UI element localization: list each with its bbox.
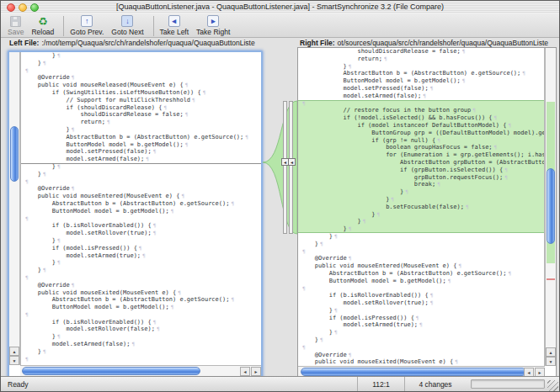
code-line: ButtonModel model = b.getModel();¶ bbox=[298, 77, 544, 85]
resize-grip[interactable] bbox=[547, 380, 558, 391]
line-end-marker: ¶ bbox=[231, 200, 234, 206]
window-title: [QuaquaButtonListener.java - QuaquaButto… bbox=[1, 1, 559, 13]
line-end-marker: ¶ bbox=[72, 282, 75, 288]
scroll-down-button[interactable]: ▼ bbox=[546, 357, 556, 366]
code-line: grpButton.requestFocus();¶ bbox=[298, 174, 544, 182]
scroll-up-button[interactable]: ▲ bbox=[9, 347, 19, 356]
line-end-marker: ¶ bbox=[72, 185, 75, 191]
scrollbar-thumb[interactable] bbox=[10, 126, 19, 182]
goto-prev-button[interactable]: ↑ Goto Prev. bbox=[70, 15, 104, 36]
line-end-marker: ¶ bbox=[508, 270, 511, 276]
arrow-up-icon: ↑ bbox=[81, 15, 93, 27]
line-end-marker: ¶ bbox=[405, 188, 408, 194]
toolbar: Save ♻ Reload ↑ Goto Prev. ↓ Goto Next ◂… bbox=[1, 13, 559, 38]
scroll-left-button[interactable]: ◄ bbox=[240, 367, 250, 376]
code-line: ButtonModel model = b.getModel();¶ bbox=[21, 208, 261, 215]
line-end-marker: ¶ bbox=[302, 100, 306, 106]
code-line: }¶ bbox=[298, 211, 544, 219]
code-line: model.setArmed(false);¶ bbox=[298, 93, 544, 100]
code-line: @Override¶ bbox=[298, 255, 544, 262]
line-end-marker: ¶ bbox=[57, 163, 61, 169]
code-line: ¶ bbox=[298, 100, 544, 108]
code-line: model.setPressed(false);¶ bbox=[298, 85, 544, 93]
line-end-marker: ¶ bbox=[181, 193, 184, 199]
code-line: AbstractButton b = (AbstractButton) e.ge… bbox=[298, 70, 544, 77]
line-end-marker: ¶ bbox=[472, 107, 476, 113]
scroll-down-button[interactable]: ▼ bbox=[9, 356, 19, 365]
title-bar[interactable]: [QuaquaButtonListener.java - QuaquaButto… bbox=[1, 1, 559, 14]
line-end-marker: ¶ bbox=[508, 122, 511, 128]
scroll-up-button[interactable]: ▲ bbox=[546, 347, 556, 357]
code-line: boolean groupHasFocus = false;¶ bbox=[298, 144, 544, 151]
goto-next-button[interactable]: ↓ Goto Next bbox=[111, 15, 143, 36]
code-line: }¶ bbox=[21, 237, 261, 245]
scroll-right-button[interactable]: ► bbox=[251, 367, 261, 376]
left-horizontal-scrollbar[interactable]: ◄ ► bbox=[20, 365, 261, 376]
left-vertical-scrollbar[interactable]: ▲ ▼ bbox=[9, 52, 20, 365]
line-end-marker: ¶ bbox=[43, 60, 46, 66]
code-line: model.setRollover(true);¶ bbox=[21, 230, 261, 237]
line-end-marker: ¶ bbox=[43, 267, 46, 273]
line-end-marker: ¶ bbox=[245, 134, 248, 140]
code-line: }¶ bbox=[298, 63, 544, 71]
code-line: model.setArmed(true);¶ bbox=[21, 252, 261, 260]
code-line: AbstractButton grpButton = (AbstractButt… bbox=[298, 159, 544, 167]
code-line: return;¶ bbox=[21, 119, 261, 126]
code-line: }¶ bbox=[298, 233, 544, 241]
line-end-marker: ¶ bbox=[504, 167, 508, 172]
app-window: [QuaquaButtonListener.java - QuaquaButto… bbox=[0, 0, 560, 392]
code-line: ¶ bbox=[21, 356, 261, 363]
code-line: AbstractButton b = (AbstractButton) e.ge… bbox=[21, 296, 261, 304]
line-end-marker: ¶ bbox=[494, 144, 498, 150]
line-end-marker: ¶ bbox=[522, 70, 525, 76]
left-editor-pane: ▲ ▼ }¶ }¶¶ @Override¶ public void mouseR… bbox=[8, 50, 263, 378]
scrollbar-thumb[interactable] bbox=[547, 168, 555, 244]
take-right-button[interactable]: ▸ Take Right bbox=[196, 15, 230, 36]
code-line: }¶ bbox=[21, 52, 261, 60]
code-line: }¶ bbox=[298, 196, 544, 204]
line-end-marker: ¶ bbox=[384, 56, 387, 61]
save-icon bbox=[10, 15, 21, 27]
connector-strip bbox=[289, 101, 293, 234]
code-line: // Support for multiClickThreshhold¶ bbox=[21, 97, 261, 104]
line-end-marker: ¶ bbox=[430, 292, 434, 298]
code-line: }¶ bbox=[298, 329, 544, 336]
code-line: public void mouseExited(MouseEvent e) {¶ bbox=[21, 289, 261, 297]
scrollbar-thumb[interactable] bbox=[22, 367, 200, 375]
line-end-marker: ¶ bbox=[171, 208, 174, 214]
code-line: if (model instanceof DefaultButtonModel)… bbox=[298, 122, 544, 130]
code-line: @Override¶ bbox=[21, 74, 261, 82]
code-line: if (b.isRolloverEnabled()) {¶ bbox=[21, 222, 261, 230]
line-end-marker: ¶ bbox=[153, 319, 157, 325]
right-vertical-scrollbar[interactable]: ▲ ▼ bbox=[545, 48, 556, 366]
line-end-marker: ¶ bbox=[146, 156, 149, 162]
left-code-editor[interactable]: }¶ }¶¶ @Override¶ public void mouseRelea… bbox=[20, 52, 261, 365]
code-line: }¶ bbox=[21, 333, 261, 341]
line-end-marker: ¶ bbox=[25, 311, 29, 317]
code-line: public void mouseReleased(MouseEvent e) … bbox=[21, 82, 261, 89]
line-end-marker: ¶ bbox=[72, 74, 75, 80]
right-code-editor[interactable]: shouldDiscardRelease = false;¶ return;¶ … bbox=[298, 48, 545, 366]
code-line: model.setRollover(true);¶ bbox=[298, 299, 544, 307]
line-end-marker: ¶ bbox=[131, 341, 135, 347]
line-end-marker: ¶ bbox=[231, 296, 234, 302]
code-line: }¶ bbox=[298, 307, 544, 315]
apply-change-right-button[interactable]: ◂ bbox=[288, 158, 296, 166]
line-end-marker: ¶ bbox=[57, 333, 61, 339]
code-line: ¶ bbox=[21, 215, 261, 223]
reload-button[interactable]: ♻ Reload bbox=[31, 15, 54, 36]
save-button[interactable]: Save bbox=[8, 15, 24, 36]
code-line: }¶ bbox=[21, 267, 261, 274]
code-line: ¶ bbox=[21, 67, 261, 75]
scrollbar-thumb[interactable] bbox=[301, 368, 526, 376]
code-line: public void mouseEntered(MouseEvent e) {… bbox=[298, 262, 544, 270]
line-end-marker: ¶ bbox=[423, 93, 426, 98]
line-end-marker: ¶ bbox=[25, 274, 29, 280]
code-line: return;¶ bbox=[298, 56, 544, 63]
code-line: if (grp != null) {¶ bbox=[298, 137, 544, 145]
code-line: @Override¶ bbox=[298, 352, 544, 359]
code-line: }¶ bbox=[298, 241, 544, 248]
code-line: ¶ bbox=[298, 344, 544, 352]
code-line: }¶ bbox=[21, 348, 261, 356]
take-left-button[interactable]: ◂ Take Left bbox=[160, 15, 189, 36]
